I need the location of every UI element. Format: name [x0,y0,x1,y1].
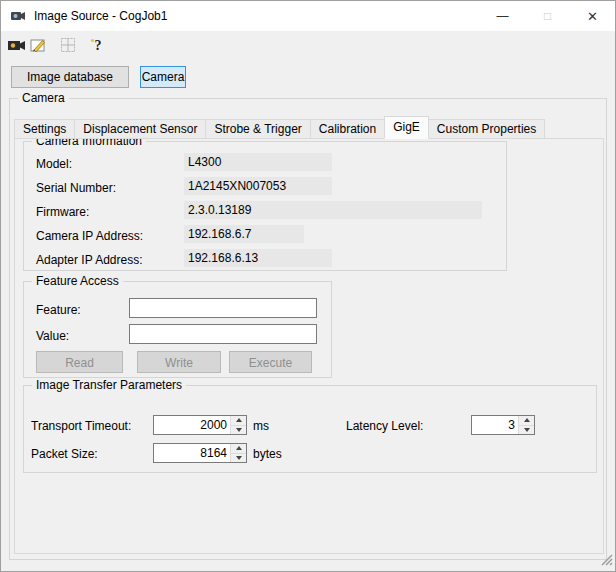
read-button: Read [36,351,123,373]
toolbar: ? [1,31,615,59]
acquire-image-icon[interactable] [7,35,27,55]
serial-number-value: 1A2145XN007053 [184,177,332,195]
feature-label: Feature: [36,301,81,319]
packet-size-unit: bytes [253,445,282,463]
tab-calibration[interactable]: Calibration [310,119,385,139]
tab-settings[interactable]: Settings [14,119,75,139]
svg-text:?: ? [95,38,102,53]
chevron-up-icon [236,418,242,422]
model-value: L4300 [184,153,332,171]
edit-acquisition-icon[interactable] [28,35,48,55]
feature-access-label: Feature Access [32,274,123,288]
tab-gige[interactable]: GigE [384,116,429,139]
chevron-up-icon [524,418,530,422]
image-transfer-label: Image Transfer Parameters [32,378,186,392]
camera-ip-label: Camera IP Address: [36,227,143,245]
resize-grip[interactable] [599,552,613,569]
transport-timeout-label: Transport Timeout: [31,417,131,435]
transport-timeout-down-button[interactable] [231,426,246,435]
chevron-down-icon [236,456,242,460]
image-source-dialog: Image Source - CogJob1 — □ ✕ [0,0,616,572]
transport-timeout-spinner [153,415,247,435]
model-label: Model: [36,155,72,173]
latency-level-spinner [471,415,535,435]
title-bar: Image Source - CogJob1 — □ ✕ [1,1,615,31]
adapter-ip-label: Adapter IP Address: [36,251,143,269]
packet-size-down-button[interactable] [231,454,246,463]
packet-size-label: Packet Size: [31,445,98,463]
image-database-button[interactable]: Image database [11,66,129,88]
execute-button: Execute [229,351,312,373]
packet-size-input[interactable] [154,444,230,462]
transport-timeout-up-button[interactable] [231,416,246,426]
value-input[interactable] [129,324,317,344]
minimize-button[interactable]: — [480,1,525,31]
app-camera-icon [10,8,26,24]
camera-ip-value: 192.168.6.7 [184,225,304,243]
firmware-label: Firmware: [36,203,89,221]
transport-timeout-input[interactable] [154,416,230,434]
tab-custom-properties[interactable]: Custom Properties [428,119,545,139]
help-icon[interactable]: ? [87,35,107,55]
tab-strobe-trigger[interactable]: Strobe & Trigger [205,119,310,139]
latency-level-down-button[interactable] [519,426,534,435]
camera-tab-strip: Settings Displacement Sensor Strobe & Tr… [14,116,544,139]
chevron-down-icon [524,428,530,432]
close-button[interactable]: ✕ [570,1,615,31]
latency-level-label: Latency Level: [346,417,423,435]
chevron-down-icon [236,428,242,432]
packet-size-spinner [153,443,247,463]
maximize-button: □ [525,1,570,31]
adapter-ip-value: 192.168.6.13 [184,249,332,267]
window-title: Image Source - CogJob1 [34,9,167,23]
feature-input[interactable] [129,298,317,318]
value-label: Value: [36,327,69,345]
latency-level-up-button[interactable] [519,416,534,426]
firmware-value: 2.3.0.13189 [184,201,482,219]
transport-timeout-unit: ms [253,417,269,435]
write-button: Write [137,351,221,373]
grid-fixture-icon [58,35,78,55]
tab-displacement-sensor[interactable]: Displacement Sensor [74,119,206,139]
chevron-up-icon [236,446,242,450]
packet-size-up-button[interactable] [231,444,246,454]
camera-button[interactable]: Camera [140,66,186,88]
latency-level-input[interactable] [472,416,518,434]
serial-number-label: Serial Number: [36,179,116,197]
camera-groupbox-label: Camera [18,91,69,105]
